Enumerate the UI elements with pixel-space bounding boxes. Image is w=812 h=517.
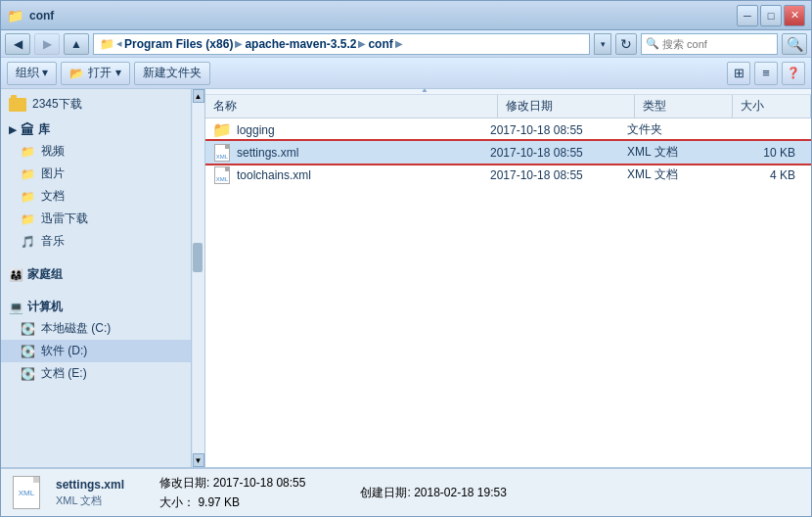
- sidebar-item-image[interactable]: 📁 图片: [1, 163, 191, 185]
- status-create-date: 创建日期: 2018-02-18 19:53: [360, 485, 506, 501]
- file-row-logging[interactable]: 📁 logging 2017-10-18 08:55 文件夹: [205, 118, 811, 141]
- col-header-name[interactable]: 名称: [205, 95, 498, 118]
- sidebar-item-label: 图片: [41, 165, 65, 182]
- file-size-toolchains: 4 KB: [725, 168, 803, 182]
- status-filename: settings.xml: [56, 478, 124, 492]
- open-button[interactable]: 📂 打开 ▾: [61, 62, 129, 85]
- minimize-button[interactable]: ─: [737, 5, 758, 26]
- up-button[interactable]: ▲: [64, 33, 89, 55]
- sidebar-scrollbar[interactable]: ▲ ▼: [192, 89, 205, 467]
- sidebar-item-label: 迅雷下载: [41, 211, 88, 227]
- docs-icon: 📁: [21, 190, 35, 204]
- address-path[interactable]: 📁 ◂ Program Files (x86) ▶ apache-maven-3…: [93, 33, 590, 55]
- col-header-size[interactable]: 大小: [733, 95, 811, 118]
- file-row-settings[interactable]: XML settings.xml 2017-10-18 08:55 XML 文档…: [205, 141, 811, 164]
- file-type-settings: XML 文档: [627, 144, 725, 161]
- sidebar-item-drive-d[interactable]: 💽 软件 (D:): [1, 340, 191, 362]
- path-item-2[interactable]: conf: [368, 37, 392, 51]
- file-name-toolchains: toolchains.xml: [237, 168, 490, 182]
- window-title: conf: [29, 9, 54, 23]
- sidebar-item-2345[interactable]: 2345下载: [1, 93, 191, 116]
- file-size-settings: 10 KB: [725, 146, 803, 160]
- search-box: 🔍: [641, 33, 778, 55]
- sort-arrow-icon: ▲: [421, 89, 429, 94]
- file-date-settings: 2017-10-18 08:55: [490, 146, 627, 160]
- path-item-1[interactable]: apache-maven-3.5.2: [245, 37, 356, 51]
- status-create: 创建日期: 2018-02-18 19:53: [360, 485, 506, 501]
- music-icon: 🎵: [21, 235, 35, 249]
- sidebar-item-label: 本地磁盘 (C:): [41, 320, 111, 337]
- status-type: XML 文档: [56, 494, 124, 508]
- sidebar-section-homegroup[interactable]: 👨‍👩‍👧 家庭组: [1, 260, 191, 285]
- back-button[interactable]: ◀: [5, 33, 30, 55]
- video-icon: 📁: [21, 145, 35, 159]
- sidebar-item-label: 视频: [41, 143, 65, 160]
- search-button[interactable]: 🔍: [782, 33, 807, 55]
- sidebar-item-label: 软件 (D:): [41, 343, 87, 359]
- status-size: 大小： 9.97 KB: [159, 494, 305, 511]
- view-details-button[interactable]: ≡: [754, 62, 778, 85]
- address-bar: ◀ ▶ ▲ 📁 ◂ Program Files (x86) ▶ apache-m…: [1, 30, 811, 58]
- folder-icon: [9, 98, 26, 112]
- forward-button[interactable]: ▶: [34, 33, 60, 55]
- main-area: 2345下载 ▶ 🏛 库 📁 视频 📁 图片 📁 文档 📁 迅雷下载: [1, 89, 811, 467]
- sidebar-section-computer[interactable]: 💻 计算机: [1, 293, 191, 317]
- new-folder-button[interactable]: 新建文件夹: [134, 62, 210, 85]
- title-bar: 📁 conf ─ □ ✕: [1, 1, 811, 30]
- maximize-button[interactable]: □: [760, 5, 782, 26]
- size-label: 大小：: [159, 495, 195, 509]
- sidebar-item-video[interactable]: 📁 视频: [1, 140, 191, 163]
- drive-c-icon: 💽: [21, 322, 35, 336]
- sidebar-computer-label: 计算机: [27, 299, 63, 315]
- scroll-thumb[interactable]: [193, 243, 203, 272]
- thunder-icon: 📁: [21, 212, 35, 226]
- scroll-up-button[interactable]: ▲: [193, 89, 204, 103]
- file-type-logging: 文件夹: [627, 121, 725, 138]
- sidebar-item-label: 文档 (E:): [41, 365, 87, 382]
- close-button[interactable]: ✕: [784, 5, 805, 26]
- create-label: 创建日期:: [360, 486, 410, 499]
- status-modify: 修改日期: 2017-10-18 08:55: [159, 475, 305, 492]
- sidebar-item-drive-c[interactable]: 💽 本地磁盘 (C:): [1, 317, 191, 340]
- status-bar: XML settings.xml XML 文档 修改日期: 2017-10-18…: [1, 467, 811, 516]
- search-icon: 🔍: [646, 37, 659, 50]
- col-header-type[interactable]: 类型: [635, 95, 733, 118]
- open-icon: 📂: [69, 67, 84, 80]
- path-item-0[interactable]: Program Files (x86): [124, 37, 233, 51]
- image-icon: 📁: [21, 167, 35, 181]
- file-date-toolchains: 2017-10-18 08:55: [490, 168, 627, 182]
- address-dropdown[interactable]: ▾: [594, 33, 611, 55]
- col-header-date[interactable]: 修改日期: [498, 95, 635, 118]
- xml-file-icon-2: XML: [213, 167, 231, 183]
- file-list-container: ▲ 名称 修改日期 类型 大小: [205, 89, 811, 467]
- xml-file-icon: XML: [213, 145, 231, 161]
- status-meta: 修改日期: 2017-10-18 08:55 大小： 9.97 KB: [159, 475, 305, 511]
- sidebar-homegroup-label: 家庭组: [27, 266, 63, 283]
- title-bar-left: 📁 conf: [7, 8, 54, 24]
- sidebar-section-library[interactable]: ▶ 🏛 库: [1, 116, 191, 140]
- file-date-logging: 2017-10-18 08:55: [490, 123, 627, 137]
- help-button[interactable]: ❓: [782, 62, 805, 85]
- search-input[interactable]: [662, 38, 797, 50]
- homegroup-icon: 👨‍👩‍👧: [9, 268, 23, 282]
- file-row-toolchains[interactable]: XML toolchains.xml 2017-10-18 08:55 XML …: [205, 164, 811, 186]
- sidebar: 2345下载 ▶ 🏛 库 📁 视频 📁 图片 📁 文档 📁 迅雷下载: [1, 89, 192, 467]
- sidebar-item-label: 2345下载: [32, 96, 82, 113]
- scroll-down-button[interactable]: ▼: [193, 453, 204, 467]
- path-folder-icon: 📁: [100, 37, 114, 51]
- file-name-logging: logging: [237, 123, 490, 137]
- sidebar-item-docs[interactable]: 📁 文档: [1, 185, 191, 208]
- file-name-settings: settings.xml: [237, 146, 490, 160]
- status-info: settings.xml XML 文档: [56, 478, 124, 508]
- modify-value: 2017-10-18 08:55: [213, 476, 306, 490]
- sidebar-item-drive-e[interactable]: 💽 文档 (E:): [1, 362, 191, 385]
- sidebar-item-music[interactable]: 🎵 音乐: [1, 230, 191, 253]
- modify-label: 修改日期:: [159, 476, 209, 490]
- toolbar: 组织 ▾ 📂 打开 ▾ 新建文件夹 ⊞ ≡ ❓: [1, 58, 811, 89]
- organize-button[interactable]: 组织 ▾: [7, 62, 57, 85]
- sidebar-item-label: 音乐: [41, 233, 65, 250]
- status-file-icon: XML: [13, 476, 40, 509]
- sidebar-item-thunder[interactable]: 📁 迅雷下载: [1, 208, 191, 230]
- refresh-button[interactable]: ↻: [615, 33, 637, 55]
- view-toggle-button[interactable]: ⊞: [727, 62, 750, 85]
